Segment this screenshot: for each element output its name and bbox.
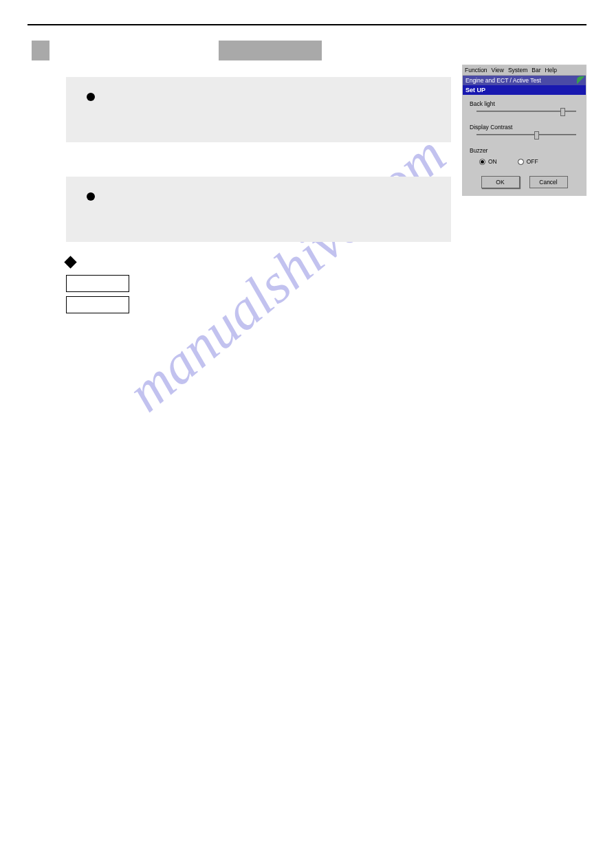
note-panel-2 (66, 177, 451, 242)
outlined-button-2[interactable] (66, 296, 129, 313)
outlined-buttons (66, 275, 586, 313)
setup-dialog-screenshot: Function View System Bar Help Engine and… (462, 65, 586, 196)
diamond-icon (64, 256, 76, 269)
backlight-thumb (560, 108, 565, 116)
radio-icon (479, 159, 485, 165)
dialog-buttons: OK Cancel (470, 176, 579, 188)
backlight-label: Back light (470, 100, 579, 107)
cancel-button[interactable]: Cancel (529, 176, 568, 188)
bullet-icon (87, 192, 95, 201)
note-panel-1 (66, 77, 451, 142)
horizontal-rule (28, 24, 586, 25)
menu-bar[interactable]: Bar (531, 67, 540, 74)
section-header (32, 41, 586, 60)
breadcrumb: Engine and ECT / Active Test (463, 76, 586, 85)
section-marker-box (32, 41, 50, 60)
buzzer-off-radio[interactable]: OFF (518, 158, 538, 165)
contrast-thumb (534, 131, 539, 140)
ok-button[interactable]: OK (481, 176, 520, 188)
backlight-slider[interactable] (476, 109, 576, 114)
radio-icon (518, 159, 524, 165)
buzzer-on-radio[interactable]: ON (479, 158, 497, 165)
buttons-heading-row (66, 256, 586, 268)
dialog-body: Back light Display Contrast Buzzer ON OF… (463, 95, 586, 195)
outlined-button-1[interactable] (66, 275, 129, 292)
menu-view[interactable]: View (492, 67, 504, 74)
dialog-title: Set UP (463, 85, 586, 95)
contrast-slider[interactable] (476, 132, 576, 137)
menu-system[interactable]: System (508, 67, 527, 74)
bullet-icon (87, 93, 95, 101)
menu-function[interactable]: Function (465, 67, 487, 74)
menu-help[interactable]: Help (545, 67, 556, 74)
buzzer-label: Buzzer (470, 147, 579, 154)
leaf-icon (577, 76, 584, 84)
section-label-box (219, 41, 322, 60)
buzzer-radio-group: ON OFF (479, 158, 579, 165)
contrast-label: Display Contrast (470, 124, 579, 131)
menubar: Function View System Bar Help (463, 65, 586, 76)
